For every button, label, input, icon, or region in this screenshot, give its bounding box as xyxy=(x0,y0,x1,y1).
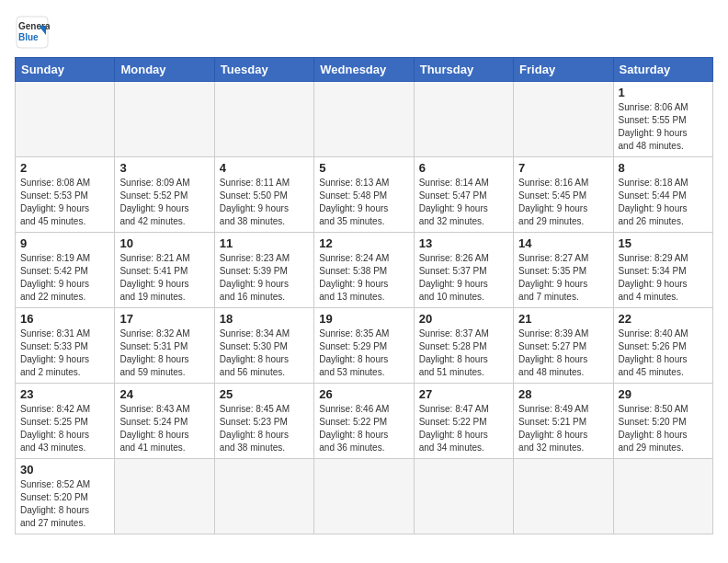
day-info: Sunrise: 8:21 AM Sunset: 5:41 PM Dayligh… xyxy=(119,252,209,304)
day-number: 5 xyxy=(319,161,408,175)
day-info: Sunrise: 8:14 AM Sunset: 5:47 PM Dayligh… xyxy=(419,177,508,228)
day-info: Sunrise: 8:49 AM Sunset: 5:21 PM Dayligh… xyxy=(518,403,608,454)
day-info: Sunrise: 8:46 AM Sunset: 5:22 PM Dayligh… xyxy=(319,403,408,454)
day-info: Sunrise: 8:45 AM Sunset: 5:23 PM Dayligh… xyxy=(220,403,309,454)
day-number: 28 xyxy=(518,387,608,401)
calendar-cell: 12Sunrise: 8:24 AM Sunset: 5:38 PM Dayli… xyxy=(314,233,414,308)
calendar-cell: 21Sunrise: 8:39 AM Sunset: 5:27 PM Dayli… xyxy=(514,308,613,384)
day-number: 25 xyxy=(220,387,309,401)
calendar-cell xyxy=(613,459,712,534)
calendar-cell: 23Sunrise: 8:42 AM Sunset: 5:25 PM Dayli… xyxy=(16,384,115,459)
weekday-header-wednesday: Wednesday xyxy=(314,58,414,82)
calendar-cell: 11Sunrise: 8:23 AM Sunset: 5:39 PM Dayli… xyxy=(214,233,313,308)
day-number: 9 xyxy=(20,236,109,250)
day-info: Sunrise: 8:27 AM Sunset: 5:35 PM Dayligh… xyxy=(518,252,608,304)
calendar-row: 9Sunrise: 8:19 AM Sunset: 5:42 PM Daylig… xyxy=(16,233,713,308)
day-info: Sunrise: 8:24 AM Sunset: 5:38 PM Dayligh… xyxy=(319,252,408,304)
day-number: 24 xyxy=(119,387,209,401)
calendar-cell: 16Sunrise: 8:31 AM Sunset: 5:33 PM Dayli… xyxy=(16,308,115,384)
calendar-cell: 28Sunrise: 8:49 AM Sunset: 5:21 PM Dayli… xyxy=(514,384,613,459)
day-number: 13 xyxy=(419,236,508,250)
calendar-cell xyxy=(214,459,313,534)
day-info: Sunrise: 8:29 AM Sunset: 5:34 PM Dayligh… xyxy=(619,252,708,304)
day-info: Sunrise: 8:16 AM Sunset: 5:45 PM Dayligh… xyxy=(518,177,608,228)
calendar-cell xyxy=(314,459,414,534)
calendar-row: 2Sunrise: 8:08 AM Sunset: 5:53 PM Daylig… xyxy=(16,157,713,233)
day-info: Sunrise: 8:19 AM Sunset: 5:42 PM Dayligh… xyxy=(20,252,109,304)
calendar-cell: 29Sunrise: 8:50 AM Sunset: 5:20 PM Dayli… xyxy=(613,384,712,459)
calendar-cell: 7Sunrise: 8:16 AM Sunset: 5:45 PM Daylig… xyxy=(514,157,613,233)
calendar-cell xyxy=(514,82,613,157)
day-number: 20 xyxy=(419,312,508,326)
calendar-cell xyxy=(414,82,513,157)
day-number: 8 xyxy=(619,161,708,175)
calendar-row: 1Sunrise: 8:06 AM Sunset: 5:55 PM Daylig… xyxy=(16,82,713,157)
weekday-header-monday: Monday xyxy=(115,58,214,82)
weekday-header-row: SundayMondayTuesdayWednesdayThursdayFrid… xyxy=(16,58,713,82)
weekday-header-sunday: Sunday xyxy=(16,58,115,82)
day-number: 21 xyxy=(518,312,608,326)
day-info: Sunrise: 8:35 AM Sunset: 5:29 PM Dayligh… xyxy=(319,327,408,379)
calendar-cell: 5Sunrise: 8:13 AM Sunset: 5:48 PM Daylig… xyxy=(314,157,414,233)
day-info: Sunrise: 8:42 AM Sunset: 5:25 PM Dayligh… xyxy=(20,403,109,454)
day-info: Sunrise: 8:18 AM Sunset: 5:44 PM Dayligh… xyxy=(619,177,708,228)
day-number: 29 xyxy=(619,387,708,401)
calendar-cell: 17Sunrise: 8:32 AM Sunset: 5:31 PM Dayli… xyxy=(115,308,214,384)
calendar-cell xyxy=(115,82,214,157)
calendar-row: 23Sunrise: 8:42 AM Sunset: 5:25 PM Dayli… xyxy=(16,384,713,459)
calendar-cell xyxy=(414,459,513,534)
calendar-cell: 27Sunrise: 8:47 AM Sunset: 5:22 PM Dayli… xyxy=(414,384,513,459)
calendar-cell: 4Sunrise: 8:11 AM Sunset: 5:50 PM Daylig… xyxy=(214,157,313,233)
day-number: 14 xyxy=(518,236,608,250)
calendar-cell xyxy=(214,82,313,157)
calendar-cell: 13Sunrise: 8:26 AM Sunset: 5:37 PM Dayli… xyxy=(414,233,513,308)
calendar-cell: 26Sunrise: 8:46 AM Sunset: 5:22 PM Dayli… xyxy=(314,384,414,459)
day-number: 16 xyxy=(20,312,109,326)
calendar-cell: 22Sunrise: 8:40 AM Sunset: 5:26 PM Dayli… xyxy=(613,308,712,384)
day-number: 6 xyxy=(419,161,508,175)
calendar-cell: 19Sunrise: 8:35 AM Sunset: 5:29 PM Dayli… xyxy=(314,308,414,384)
day-info: Sunrise: 8:26 AM Sunset: 5:37 PM Dayligh… xyxy=(419,252,508,304)
day-number: 7 xyxy=(518,161,608,175)
calendar-cell xyxy=(314,82,414,157)
day-info: Sunrise: 8:39 AM Sunset: 5:27 PM Dayligh… xyxy=(518,327,608,379)
day-number: 2 xyxy=(20,161,109,175)
day-number: 3 xyxy=(119,161,209,175)
calendar-cell: 8Sunrise: 8:18 AM Sunset: 5:44 PM Daylig… xyxy=(613,157,712,233)
calendar-cell: 3Sunrise: 8:09 AM Sunset: 5:52 PM Daylig… xyxy=(115,157,214,233)
day-number: 12 xyxy=(319,236,408,250)
svg-text:Blue: Blue xyxy=(18,32,39,42)
calendar-cell: 25Sunrise: 8:45 AM Sunset: 5:23 PM Dayli… xyxy=(214,384,313,459)
day-number: 15 xyxy=(619,236,708,250)
day-number: 11 xyxy=(220,236,309,250)
calendar-cell: 15Sunrise: 8:29 AM Sunset: 5:34 PM Dayli… xyxy=(613,233,712,308)
day-number: 18 xyxy=(220,312,309,326)
calendar-cell: 6Sunrise: 8:14 AM Sunset: 5:47 PM Daylig… xyxy=(414,157,513,233)
day-number: 27 xyxy=(419,387,508,401)
day-info: Sunrise: 8:09 AM Sunset: 5:52 PM Dayligh… xyxy=(119,177,209,228)
calendar-cell: 30Sunrise: 8:52 AM Sunset: 5:20 PM Dayli… xyxy=(16,459,115,534)
calendar-cell: 14Sunrise: 8:27 AM Sunset: 5:35 PM Dayli… xyxy=(514,233,613,308)
page-header: General Blue xyxy=(15,15,713,50)
weekday-header-thursday: Thursday xyxy=(414,58,513,82)
calendar-cell xyxy=(16,82,115,157)
calendar-cell: 10Sunrise: 8:21 AM Sunset: 5:41 PM Dayli… xyxy=(115,233,214,308)
day-number: 19 xyxy=(319,312,408,326)
day-number: 10 xyxy=(119,236,209,250)
weekday-header-friday: Friday xyxy=(514,58,613,82)
day-number: 4 xyxy=(220,161,309,175)
calendar-cell xyxy=(115,459,214,534)
day-number: 22 xyxy=(619,312,708,326)
logo: General Blue xyxy=(15,15,50,50)
calendar-cell: 18Sunrise: 8:34 AM Sunset: 5:30 PM Dayli… xyxy=(214,308,313,384)
calendar-cell: 9Sunrise: 8:19 AM Sunset: 5:42 PM Daylig… xyxy=(16,233,115,308)
calendar-row: 16Sunrise: 8:31 AM Sunset: 5:33 PM Dayli… xyxy=(16,308,713,384)
day-info: Sunrise: 8:34 AM Sunset: 5:30 PM Dayligh… xyxy=(220,327,309,379)
weekday-header-saturday: Saturday xyxy=(613,58,712,82)
day-info: Sunrise: 8:43 AM Sunset: 5:24 PM Dayligh… xyxy=(119,403,209,454)
day-info: Sunrise: 8:31 AM Sunset: 5:33 PM Dayligh… xyxy=(20,327,109,379)
day-info: Sunrise: 8:32 AM Sunset: 5:31 PM Dayligh… xyxy=(119,327,209,379)
day-info: Sunrise: 8:11 AM Sunset: 5:50 PM Dayligh… xyxy=(220,177,309,228)
calendar-cell: 1Sunrise: 8:06 AM Sunset: 5:55 PM Daylig… xyxy=(613,82,712,157)
day-info: Sunrise: 8:47 AM Sunset: 5:22 PM Dayligh… xyxy=(419,403,508,454)
